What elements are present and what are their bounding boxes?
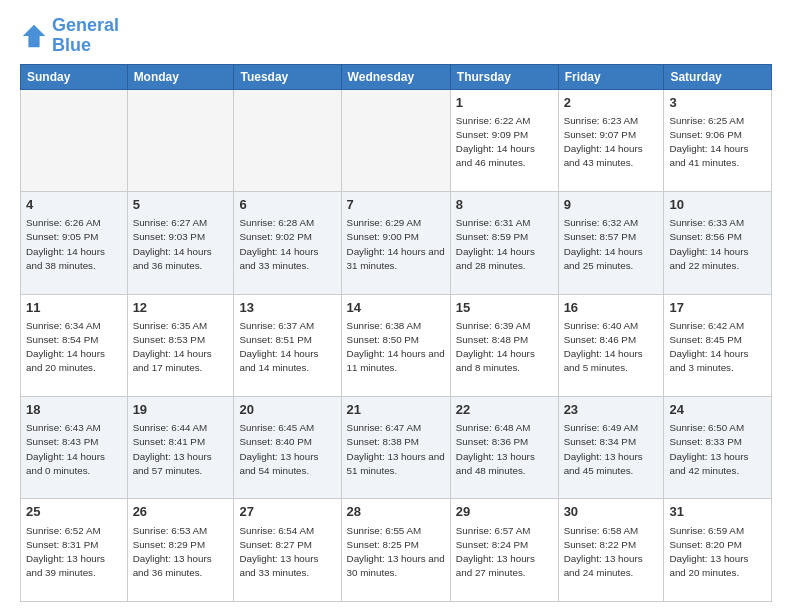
calendar-cell: 16Sunrise: 6:40 AM Sunset: 8:46 PM Dayli… [558, 294, 664, 396]
day-number: 13 [239, 299, 335, 317]
calendar-week-1: 1Sunrise: 6:22 AM Sunset: 9:09 PM Daylig… [21, 89, 772, 191]
calendar-cell: 14Sunrise: 6:38 AM Sunset: 8:50 PM Dayli… [341, 294, 450, 396]
day-number: 24 [669, 401, 766, 419]
calendar-cell: 2Sunrise: 6:23 AM Sunset: 9:07 PM Daylig… [558, 89, 664, 191]
day-number: 6 [239, 196, 335, 214]
day-info: Sunrise: 6:22 AM Sunset: 9:09 PM Dayligh… [456, 114, 553, 171]
day-number: 30 [564, 503, 659, 521]
calendar-cell [127, 89, 234, 191]
day-number: 20 [239, 401, 335, 419]
day-info: Sunrise: 6:33 AM Sunset: 8:56 PM Dayligh… [669, 216, 766, 273]
day-number: 22 [456, 401, 553, 419]
day-info: Sunrise: 6:38 AM Sunset: 8:50 PM Dayligh… [347, 319, 445, 376]
calendar-cell: 9Sunrise: 6:32 AM Sunset: 8:57 PM Daylig… [558, 192, 664, 294]
calendar-header-thursday: Thursday [450, 64, 558, 89]
calendar-header-tuesday: Tuesday [234, 64, 341, 89]
day-info: Sunrise: 6:23 AM Sunset: 9:07 PM Dayligh… [564, 114, 659, 171]
day-info: Sunrise: 6:34 AM Sunset: 8:54 PM Dayligh… [26, 319, 122, 376]
calendar-week-4: 18Sunrise: 6:43 AM Sunset: 8:43 PM Dayli… [21, 397, 772, 499]
day-info: Sunrise: 6:47 AM Sunset: 8:38 PM Dayligh… [347, 421, 445, 478]
day-number: 17 [669, 299, 766, 317]
calendar-cell [341, 89, 450, 191]
day-number: 3 [669, 94, 766, 112]
calendar-cell: 20Sunrise: 6:45 AM Sunset: 8:40 PM Dayli… [234, 397, 341, 499]
day-info: Sunrise: 6:31 AM Sunset: 8:59 PM Dayligh… [456, 216, 553, 273]
day-info: Sunrise: 6:27 AM Sunset: 9:03 PM Dayligh… [133, 216, 229, 273]
day-number: 18 [26, 401, 122, 419]
day-info: Sunrise: 6:58 AM Sunset: 8:22 PM Dayligh… [564, 524, 659, 581]
day-info: Sunrise: 6:39 AM Sunset: 8:48 PM Dayligh… [456, 319, 553, 376]
calendar-cell: 19Sunrise: 6:44 AM Sunset: 8:41 PM Dayli… [127, 397, 234, 499]
calendar-cell: 3Sunrise: 6:25 AM Sunset: 9:06 PM Daylig… [664, 89, 772, 191]
calendar-cell: 17Sunrise: 6:42 AM Sunset: 8:45 PM Dayli… [664, 294, 772, 396]
page-header: General Blue [20, 16, 772, 56]
day-info: Sunrise: 6:29 AM Sunset: 9:00 PM Dayligh… [347, 216, 445, 273]
day-number: 10 [669, 196, 766, 214]
day-info: Sunrise: 6:55 AM Sunset: 8:25 PM Dayligh… [347, 524, 445, 581]
calendar-header-friday: Friday [558, 64, 664, 89]
calendar-table: SundayMondayTuesdayWednesdayThursdayFrid… [20, 64, 772, 602]
day-number: 4 [26, 196, 122, 214]
svg-marker-0 [23, 25, 45, 47]
calendar-cell: 23Sunrise: 6:49 AM Sunset: 8:34 PM Dayli… [558, 397, 664, 499]
day-number: 23 [564, 401, 659, 419]
day-number: 26 [133, 503, 229, 521]
logo-text: General Blue [52, 16, 119, 56]
calendar-cell: 12Sunrise: 6:35 AM Sunset: 8:53 PM Dayli… [127, 294, 234, 396]
calendar-cell [21, 89, 128, 191]
day-number: 19 [133, 401, 229, 419]
calendar-header-row: SundayMondayTuesdayWednesdayThursdayFrid… [21, 64, 772, 89]
day-info: Sunrise: 6:28 AM Sunset: 9:02 PM Dayligh… [239, 216, 335, 273]
day-number: 12 [133, 299, 229, 317]
day-info: Sunrise: 6:45 AM Sunset: 8:40 PM Dayligh… [239, 421, 335, 478]
day-number: 9 [564, 196, 659, 214]
calendar-cell: 28Sunrise: 6:55 AM Sunset: 8:25 PM Dayli… [341, 499, 450, 602]
day-number: 2 [564, 94, 659, 112]
day-info: Sunrise: 6:48 AM Sunset: 8:36 PM Dayligh… [456, 421, 553, 478]
calendar-header-saturday: Saturday [664, 64, 772, 89]
calendar-cell: 18Sunrise: 6:43 AM Sunset: 8:43 PM Dayli… [21, 397, 128, 499]
day-number: 8 [456, 196, 553, 214]
day-number: 1 [456, 94, 553, 112]
day-info: Sunrise: 6:54 AM Sunset: 8:27 PM Dayligh… [239, 524, 335, 581]
calendar-header-wednesday: Wednesday [341, 64, 450, 89]
day-number: 27 [239, 503, 335, 521]
calendar-week-2: 4Sunrise: 6:26 AM Sunset: 9:05 PM Daylig… [21, 192, 772, 294]
day-info: Sunrise: 6:43 AM Sunset: 8:43 PM Dayligh… [26, 421, 122, 478]
day-info: Sunrise: 6:26 AM Sunset: 9:05 PM Dayligh… [26, 216, 122, 273]
day-info: Sunrise: 6:35 AM Sunset: 8:53 PM Dayligh… [133, 319, 229, 376]
day-info: Sunrise: 6:50 AM Sunset: 8:33 PM Dayligh… [669, 421, 766, 478]
day-info: Sunrise: 6:37 AM Sunset: 8:51 PM Dayligh… [239, 319, 335, 376]
day-info: Sunrise: 6:59 AM Sunset: 8:20 PM Dayligh… [669, 524, 766, 581]
calendar-cell: 5Sunrise: 6:27 AM Sunset: 9:03 PM Daylig… [127, 192, 234, 294]
logo: General Blue [20, 16, 119, 56]
calendar-header-monday: Monday [127, 64, 234, 89]
day-number: 11 [26, 299, 122, 317]
day-number: 28 [347, 503, 445, 521]
calendar-cell: 27Sunrise: 6:54 AM Sunset: 8:27 PM Dayli… [234, 499, 341, 602]
calendar-cell [234, 89, 341, 191]
day-info: Sunrise: 6:32 AM Sunset: 8:57 PM Dayligh… [564, 216, 659, 273]
day-number: 25 [26, 503, 122, 521]
day-number: 29 [456, 503, 553, 521]
day-info: Sunrise: 6:49 AM Sunset: 8:34 PM Dayligh… [564, 421, 659, 478]
logo-icon [20, 22, 48, 50]
calendar-cell: 24Sunrise: 6:50 AM Sunset: 8:33 PM Dayli… [664, 397, 772, 499]
calendar-cell: 13Sunrise: 6:37 AM Sunset: 8:51 PM Dayli… [234, 294, 341, 396]
day-info: Sunrise: 6:25 AM Sunset: 9:06 PM Dayligh… [669, 114, 766, 171]
day-info: Sunrise: 6:57 AM Sunset: 8:24 PM Dayligh… [456, 524, 553, 581]
calendar-cell: 6Sunrise: 6:28 AM Sunset: 9:02 PM Daylig… [234, 192, 341, 294]
calendar-cell: 29Sunrise: 6:57 AM Sunset: 8:24 PM Dayli… [450, 499, 558, 602]
calendar-cell: 4Sunrise: 6:26 AM Sunset: 9:05 PM Daylig… [21, 192, 128, 294]
calendar-cell: 15Sunrise: 6:39 AM Sunset: 8:48 PM Dayli… [450, 294, 558, 396]
calendar-cell: 30Sunrise: 6:58 AM Sunset: 8:22 PM Dayli… [558, 499, 664, 602]
calendar-cell: 22Sunrise: 6:48 AM Sunset: 8:36 PM Dayli… [450, 397, 558, 499]
calendar-cell: 11Sunrise: 6:34 AM Sunset: 8:54 PM Dayli… [21, 294, 128, 396]
calendar-body: 1Sunrise: 6:22 AM Sunset: 9:09 PM Daylig… [21, 89, 772, 601]
calendar-cell: 10Sunrise: 6:33 AM Sunset: 8:56 PM Dayli… [664, 192, 772, 294]
day-info: Sunrise: 6:40 AM Sunset: 8:46 PM Dayligh… [564, 319, 659, 376]
calendar-cell: 1Sunrise: 6:22 AM Sunset: 9:09 PM Daylig… [450, 89, 558, 191]
day-number: 21 [347, 401, 445, 419]
calendar-cell: 21Sunrise: 6:47 AM Sunset: 8:38 PM Dayli… [341, 397, 450, 499]
calendar-header-sunday: Sunday [21, 64, 128, 89]
